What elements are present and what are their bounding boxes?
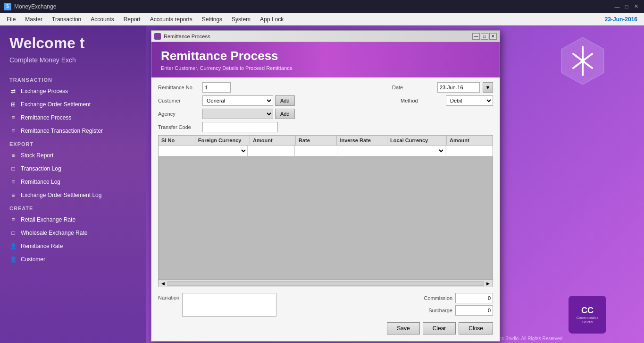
sidebar-item-remittance-rate[interactable]: 👤 Remittance Rate [0,240,146,253]
minimize-button[interactable]: — [613,2,621,11]
date-method-fields: Date ▼ [392,82,493,93]
sidebar-item-remittance-transaction-register[interactable]: ≡ Remittance Transaction Register [0,124,146,137]
dialog-banner-title: Remittance Process [161,49,490,63]
exchange-settlement-log-icon: ≡ [9,191,17,199]
agency-select[interactable] [202,109,273,119]
col-sino: SI No [159,136,195,145]
method-label: Method [401,98,443,103]
col-local-currency: Local Currency [387,136,447,145]
menu-report[interactable]: Report [119,15,145,24]
remittance-rate-icon: 👤 [9,242,17,250]
retail-rate-icon: ≡ [9,216,17,223]
sidebar-item-label: Transaction Log [21,165,61,172]
clear-button[interactable]: Clear [423,322,456,334]
date-input[interactable] [437,82,480,93]
dialog-close-button[interactable]: ✕ [489,33,497,40]
add-customer-button[interactable]: Add [275,95,295,106]
menu-accounts-reports[interactable]: Accounts reports [145,15,197,24]
menu-accounts[interactable]: Accounts [86,15,118,24]
sidebar-item-remittance-log[interactable]: ≡ Remittance Log [0,175,146,189]
sidebar-item-label: Remittance Process [21,114,71,121]
transaction-log-icon: □ [9,165,17,172]
sidebar-item-label: Remittance Transaction Register [21,128,103,134]
date-picker-button[interactable]: ▼ [483,82,493,93]
method-select[interactable]: Debit Credit Cash [446,95,493,106]
table-input-amount[interactable] [248,146,295,156]
dialog-banner: Remittance Process Enter Customer, Curre… [151,42,500,77]
customer-select[interactable]: General [202,95,273,106]
commission-input[interactable] [455,293,493,303]
method-fields: Method Debit Credit Cash [401,95,493,106]
sidebar-section-create: CREATE [0,202,146,213]
table-header: SI No Foreign Currency Amount Rate Inver… [159,136,493,146]
background-area: CC CoderobaticsStudio © Coderobatics Stu… [146,26,644,343]
table-input-amt2[interactable] [445,146,493,156]
close-dialog-button[interactable]: Close [459,322,493,334]
remittance-no-input[interactable] [202,82,231,93]
dialog-controls: — □ ✕ [472,33,497,40]
menu-applock[interactable]: App Lock [255,15,288,24]
sidebar-item-customer[interactable]: 👤 Customer [0,253,146,266]
transfer-code-input[interactable] [202,122,278,132]
menu-settings[interactable]: Settings [197,15,227,24]
scroll-right-arrow[interactable]: ▶ [485,281,492,286]
exchange-process-icon: ⇄ [9,87,17,95]
sidebar-item-label: Remittance Log [21,179,60,185]
sidebar-item-label: Exchange Process [21,88,68,94]
surcharge-input[interactable] [455,305,493,316]
col-amount2: Amount [447,136,493,145]
sidebar-item-exchange-order-settlement[interactable]: ⊞ Exchange Order Settlement [0,98,146,111]
table-input-rate[interactable] [295,146,337,156]
scroll-track[interactable] [167,281,484,286]
sidebar-item-label: Retail Exchange Rate [21,216,75,223]
dialog-minimize-button[interactable]: — [472,33,480,40]
stock-report-icon: ≡ [9,152,17,159]
sidebar-item-label: Exchange Order Settlement Log [21,192,101,198]
menu-file[interactable]: File [2,15,20,24]
sidebar-item-label: Wholesale Exchange Rate [21,230,87,236]
sidebar-item-wholesale-exchange-rate[interactable]: □ Wholesale Exchange Rate [0,226,146,240]
action-buttons: Save Clear Close [158,319,493,336]
sidebar-welcome: Welcome t [0,26,146,56]
close-button[interactable]: ✕ [632,2,640,11]
table-select-lc[interactable] [389,146,445,156]
dialog-overlay: Remittance Process — □ ✕ Remittance Proc… [146,26,644,343]
app-icon: $ [4,3,11,10]
sidebar-item-stock-report[interactable]: ≡ Stock Report [0,149,146,162]
narration-label: Narration [158,293,179,300]
sidebar-item-transaction-log[interactable]: □ Transaction Log [0,162,146,175]
table-select-fc[interactable] [196,146,248,156]
dialog-icon [154,33,161,40]
sidebar-item-label: Stock Report [21,152,53,159]
narration-input[interactable] [182,293,276,317]
col-inverse-rate: Inverse Rate [337,136,387,145]
add-agency-button[interactable]: Add [275,109,295,119]
remittance-no-label: Remittance No [158,85,201,90]
date-label: Date [392,85,435,90]
sidebar-item-label: Remittance Rate [21,243,63,249]
menu-transaction[interactable]: Transaction [47,15,86,24]
sidebar-item-remittance-process[interactable]: ≡ Remittance Process [0,111,146,124]
customer-label: Customer [158,98,201,103]
scroll-left-arrow[interactable]: ◀ [159,281,167,286]
table-input-sino[interactable] [159,146,196,156]
menu-system[interactable]: System [227,15,255,24]
menu-master[interactable]: Master [20,15,47,24]
table-scrollbar[interactable]: ◀ ▶ [159,279,493,287]
sidebar-item-label: Exchange Order Settlement [21,101,91,108]
dialog-maximize-button[interactable]: □ [481,33,488,40]
maximize-button[interactable]: □ [622,2,631,11]
sidebar-item-exchange-process[interactable]: ⇄ Exchange Process [0,85,146,98]
save-button[interactable]: Save [387,322,419,334]
sidebar-item-label: Customer [21,256,45,263]
table-input-inverse-rate[interactable] [337,146,389,156]
wholesale-rate-icon: □ [9,229,17,237]
sidebar-item-retail-exchange-rate[interactable]: ≡ Retail Exchange Rate [0,213,146,226]
agency-row: Agency Add [158,109,493,119]
surcharge-label: Surcharge [415,308,452,313]
commission-section: Commission Surcharge [415,293,493,316]
sidebar: Welcome t Complete Money Exch TRANSACTIO… [0,26,146,343]
dialog-title: Remittance Process [164,34,472,39]
sidebar-item-exchange-order-settlement-log[interactable]: ≡ Exchange Order Settlement Log [0,189,146,202]
table-data-area [159,156,493,279]
